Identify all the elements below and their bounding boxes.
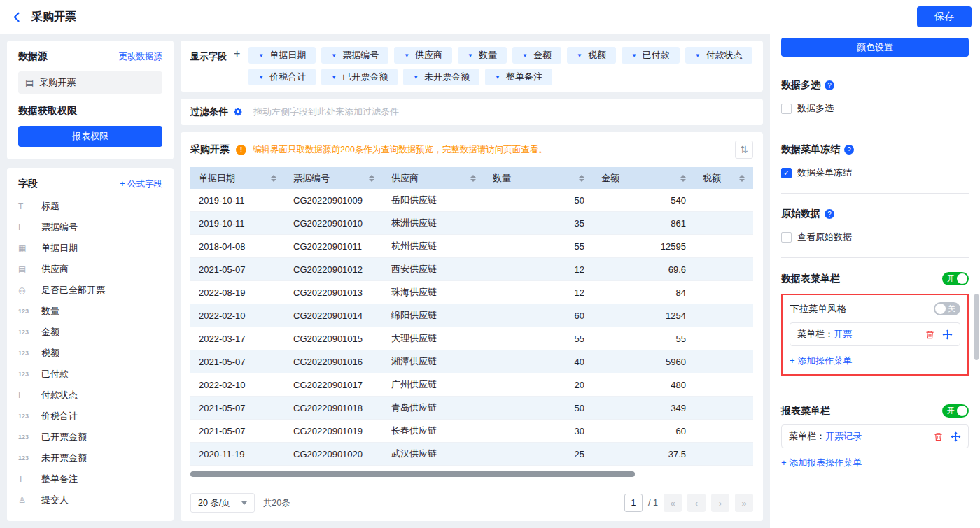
field-item[interactable]: 123未开票金额 <box>18 448 162 469</box>
field-item[interactable]: 123税额 <box>18 343 162 364</box>
table-row[interactable]: 2018-04-08CG20220901011杭州供应链5512595 <box>190 235 753 258</box>
multi-select-row[interactable]: 数据多选 <box>781 102 969 115</box>
table-row[interactable]: 2022-08-19CG20220901013珠海供应链1284 <box>190 281 753 304</box>
table-row[interactable]: 2022-02-10CG20220901017广州供应链20480 <box>190 373 753 397</box>
dropdown-style-toggle[interactable]: 关 <box>934 302 960 315</box>
display-field-chip[interactable]: ▼价税合计 <box>248 69 316 85</box>
table-row[interactable]: 2021-05-07CG20220901019长春供应链3060 <box>190 420 753 443</box>
help-icon[interactable]: ? <box>825 209 834 219</box>
delete-icon[interactable] <box>933 431 944 442</box>
add-display-field-button[interactable]: + <box>234 48 240 60</box>
add-action-menu-link[interactable]: + 添加操作菜单 <box>790 355 960 367</box>
field-item[interactable]: 123数量 <box>18 301 162 322</box>
back-button[interactable] <box>10 10 24 24</box>
sort-arrows-icon[interactable] <box>579 175 584 182</box>
sort-arrows-icon[interactable] <box>271 175 276 182</box>
table-row[interactable]: 2021-05-07CG20220901012西安供应链1269.6 <box>190 258 753 281</box>
table-row[interactable]: 2022-02-10CG20220901014绵阳供应链601254 <box>190 304 753 327</box>
sort-arrows-icon[interactable] <box>680 175 686 182</box>
menu-item-value[interactable]: 开票记录 <box>825 430 862 443</box>
horizontal-scrollbar[interactable] <box>190 471 753 477</box>
text-icon: T <box>18 201 35 211</box>
chevron-down-icon: ▼ <box>413 74 419 80</box>
menu-item-prefix: 菜单栏： <box>789 430 825 443</box>
field-item[interactable]: ▦单据日期 <box>18 238 162 259</box>
color-settings-button[interactable]: 颜色设置 <box>781 38 969 57</box>
scrollbar-thumb[interactable] <box>190 471 635 477</box>
field-item[interactable]: 123金额 <box>18 322 162 343</box>
field-item[interactable]: ▤供应商 <box>18 259 162 280</box>
table-menu-item-row[interactable]: 菜单栏： 开票 <box>790 322 960 346</box>
table-row[interactable]: 2019-10-11CG20220901009岳阳供应链50540 <box>190 189 753 212</box>
column-header[interactable]: 金额 <box>593 167 694 189</box>
next-page-button[interactable]: › <box>711 494 729 512</box>
sort-order-button[interactable]: ⇅ <box>735 141 753 159</box>
column-header[interactable]: 数量 <box>484 167 593 189</box>
formula-field-link[interactable]: + 公式字段 <box>120 178 162 190</box>
column-header[interactable]: 票据编号 <box>285 167 383 189</box>
help-icon[interactable]: ? <box>844 145 854 155</box>
menu-freeze-checkbox[interactable] <box>781 168 792 178</box>
move-icon[interactable] <box>951 431 961 442</box>
display-field-chip[interactable]: ▼金额 <box>512 47 561 64</box>
current-page[interactable]: 1 <box>624 494 643 512</box>
field-item[interactable]: 123已开票金额 <box>18 427 162 448</box>
warning-icon: ! <box>236 145 246 155</box>
table-menu-toggle[interactable]: 开 <box>942 272 969 285</box>
raw-data-checkbox[interactable] <box>781 232 792 243</box>
data-preview-panel: 采购开票 ! 编辑界面只取数据源前200条作为查询数据预览，完整数据请访问页面查… <box>181 132 763 521</box>
table-row[interactable]: 2022-03-17CG20220901015大理供应链5555 <box>190 327 753 350</box>
datasource-item[interactable]: ▤ 采购开票 <box>18 71 162 94</box>
delete-icon[interactable] <box>925 329 935 340</box>
help-icon[interactable]: ? <box>825 80 834 90</box>
table-row[interactable]: 2021-05-07CG20220901016湘潭供应链405960 <box>190 350 753 373</box>
display-field-chip[interactable]: ▼未开票金额 <box>403 69 479 85</box>
display-field-chip[interactable]: ▼供应商 <box>394 47 452 64</box>
field-item[interactable]: 123已付款 <box>18 364 162 385</box>
page-size-select[interactable]: 20 条/页 <box>190 493 255 513</box>
display-field-chip[interactable]: ▼票据编号 <box>321 47 388 64</box>
field-item[interactable]: ◎是否已全部开票 <box>18 280 162 301</box>
table-cell: 广州供应链 <box>383 373 484 396</box>
field-item[interactable]: ♙提交人 <box>18 490 162 511</box>
menu-item-value[interactable]: 开票 <box>834 328 852 341</box>
display-field-chip[interactable]: ▼付款状态 <box>685 47 752 64</box>
multi-select-checkbox[interactable] <box>781 104 792 114</box>
display-field-chip[interactable]: ▼单据日期 <box>248 47 316 64</box>
last-page-button[interactable]: » <box>735 494 753 512</box>
prev-page-button[interactable]: ‹ <box>687 494 706 512</box>
sort-arrows-icon[interactable] <box>739 175 745 182</box>
report-permission-button[interactable]: 报表权限 <box>18 126 162 147</box>
display-field-chip[interactable]: ▼已付款 <box>622 47 680 64</box>
column-header[interactable]: 单据日期 <box>190 167 285 189</box>
move-icon[interactable] <box>942 329 953 340</box>
change-datasource-link[interactable]: 更改数据源 <box>119 51 163 63</box>
field-item[interactable]: I票据编号 <box>18 217 162 238</box>
report-menu-toggle[interactable]: 开 <box>942 404 969 418</box>
display-field-chip[interactable]: ▼数量 <box>458 47 507 64</box>
table-cell: 2021-05-07 <box>190 350 285 373</box>
add-report-menu-link[interactable]: + 添加报表操作菜单 <box>781 457 969 469</box>
menu-freeze-row[interactable]: 数据菜单冻结 <box>781 166 969 179</box>
table-row[interactable]: 2020-11-19CG20220901020武汉供应链2537.5 <box>190 443 753 466</box>
sort-arrows-icon[interactable] <box>470 175 476 182</box>
display-field-chip[interactable]: ▼整单备注 <box>485 69 552 85</box>
report-menu-item-row[interactable]: 菜单栏： 开票记录 <box>781 424 969 448</box>
field-item[interactable]: 123价税合计 <box>18 406 162 427</box>
first-page-button[interactable]: « <box>664 494 682 512</box>
field-item[interactable]: T整单备注 <box>18 469 162 490</box>
table-row[interactable]: 2021-05-07CG20220901018青岛供应链50349 <box>190 397 753 420</box>
field-item[interactable]: I付款状态 <box>18 385 162 406</box>
field-item[interactable]: T标题 <box>18 196 162 217</box>
column-header[interactable]: 供应商 <box>383 167 484 189</box>
table-cell: 2020-11-19 <box>190 443 285 465</box>
raw-data-row[interactable]: 查看原始数据 <box>781 231 969 243</box>
column-header[interactable]: 税额 <box>694 167 753 189</box>
sort-arrows-icon[interactable] <box>369 175 374 182</box>
display-field-chip[interactable]: ▼税额 <box>567 47 616 64</box>
display-field-chip[interactable]: ▼已开票金额 <box>321 69 398 85</box>
save-button[interactable]: 保存 <box>917 6 972 27</box>
vertical-scrollbar[interactable] <box>974 294 979 360</box>
table-row[interactable]: 2019-10-11CG20220901010株洲供应链35861 <box>190 212 753 235</box>
gear-icon[interactable] <box>233 107 243 117</box>
